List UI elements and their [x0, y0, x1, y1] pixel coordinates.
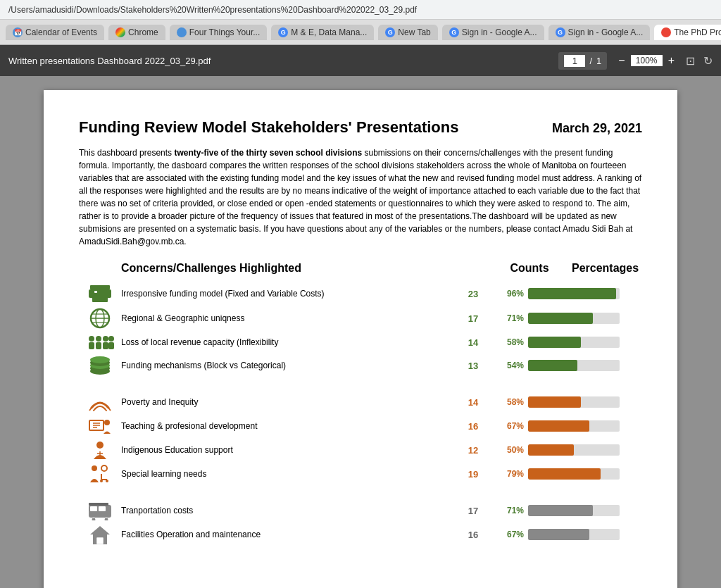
tab-signin2-label: Sign in - Google A...	[568, 27, 644, 37]
bar-fill-5	[528, 396, 581, 408]
row-label-8: Special learning needs	[121, 469, 445, 479]
pdf-content-area[interactable]: Funding Review Model Stakeholders' Prese…	[0, 76, 721, 588]
green-section: Irresponsive funding model (Fixed and Va…	[79, 282, 642, 377]
address-bar[interactable]: /Users/amadusidi/Downloads/Stakeholders%…	[0, 0, 721, 20]
tab-phd[interactable]: The PhD Program...	[654, 25, 721, 40]
bar-fill-7	[528, 444, 574, 456]
bar-fill-3	[528, 337, 581, 348]
chrome-tab-icon	[115, 27, 125, 37]
tab-calendar[interactable]: 📅 Calendar of Events	[6, 25, 104, 40]
svg-rect-16	[108, 342, 114, 349]
svg-rect-38	[99, 506, 106, 511]
bar-pct-5: 58%	[501, 397, 524, 407]
svg-point-34	[100, 480, 103, 482]
tab-chrome-label: Chrome	[128, 27, 158, 37]
row-count-2: 17	[445, 313, 501, 324]
tab-signin1[interactable]: G Sign in - Google A...	[442, 25, 544, 40]
tab-fourthings[interactable]: Four Things Your...	[170, 25, 268, 40]
table-row: Loss of local revenue capacity (Inflexib…	[79, 331, 642, 354]
svg-point-40	[104, 518, 108, 520]
bar-cell-5: 58%	[501, 396, 642, 408]
table-row: Funding mechanisms (Block vs Categorical…	[79, 354, 642, 377]
row-icon-globe	[79, 308, 121, 329]
row-count-8: 19	[445, 469, 501, 480]
document-title: Funding Review Model Stakeholders' Prese…	[79, 118, 458, 137]
bar-track-2	[528, 313, 620, 324]
calendar-tab-icon: 📅	[13, 27, 23, 37]
fourthings-tab-icon	[177, 27, 187, 37]
bar-track-8	[528, 468, 620, 480]
row-label-4: Funding mechanisms (Block vs Categorical…	[121, 361, 445, 370]
row-icon-teaching	[79, 416, 121, 436]
table-header: Concerns/Challenges Highlighted Counts P…	[79, 262, 642, 277]
row-count-9: 17	[445, 506, 501, 516]
svg-point-33	[101, 465, 107, 471]
bar-pct-3: 58%	[501, 337, 524, 347]
bar-fill-9	[528, 505, 593, 516]
tab-signin2[interactable]: G Sign in - Google A...	[548, 25, 651, 40]
bar-track-7	[528, 444, 620, 456]
section-gap-2	[79, 486, 642, 499]
row-label-3: Loss of local revenue capacity (Inflexib…	[121, 337, 445, 347]
address-text: /Users/amadusidi/Downloads/Stakeholders%…	[8, 5, 417, 15]
svg-rect-10	[89, 342, 94, 349]
counts-col-header: Counts	[501, 262, 558, 275]
bar-cell-6: 67%	[501, 420, 642, 432]
zoom-out-button[interactable]: −	[615, 54, 627, 67]
zoom-input[interactable]	[631, 55, 663, 66]
bar-track-5	[528, 396, 620, 408]
tab-newtab-label: New Tab	[398, 27, 430, 37]
browser-window: /Users/amadusidi/Downloads/Stakeholders%…	[0, 0, 721, 588]
tab-chrome[interactable]: Chrome	[108, 25, 165, 40]
row-icon-money	[79, 356, 121, 375]
concern-col-header: Concerns/Challenges Highlighted	[121, 262, 501, 275]
tab-newtab[interactable]: G New Tab	[378, 25, 437, 40]
row-label-2: Regional & Geographic uniqness	[121, 313, 445, 323]
tab-bar: 📅 Calendar of Events Chrome Four Things …	[0, 20, 721, 45]
page-separator: /	[589, 56, 592, 66]
svg-point-39	[92, 518, 96, 520]
pct-col-header: Percentages	[558, 262, 642, 275]
table-row: Special learning needs 19 79%	[79, 462, 642, 486]
row-count-7: 12	[445, 445, 501, 456]
bar-cell-2: 71%	[501, 313, 642, 324]
row-icon-printer	[79, 284, 121, 304]
row-label-10: Facilities Operation and maintenance	[121, 530, 445, 539]
svg-rect-2	[92, 296, 108, 302]
row-icon-indigenous	[79, 440, 121, 460]
pdf-page: Funding Review Model Stakeholders' Prese…	[44, 90, 677, 588]
tab-me[interactable]: G M & E, Data Mana...	[271, 25, 374, 40]
pdf-title: Written presentations Dashboard 2022_03_…	[8, 56, 550, 66]
zoom-in-button[interactable]: +	[665, 54, 677, 67]
svg-rect-43	[96, 537, 104, 544]
bar-track-1	[528, 288, 620, 299]
icon-col-header	[79, 262, 121, 275]
svg-point-29	[96, 442, 104, 449]
gray-section: Tranportation costs 17 71%	[79, 499, 642, 546]
row-icon-house	[79, 525, 121, 544]
bar-pct-8: 79%	[501, 469, 524, 479]
page-input[interactable]	[564, 55, 585, 67]
section-gap-1	[79, 377, 642, 390]
bar-pct-1: 96%	[501, 289, 524, 299]
row-icon-poverty	[79, 392, 121, 412]
rotate-icon[interactable]: ↻	[703, 54, 713, 68]
svg-line-22	[89, 408, 92, 411]
row-icon-people	[79, 333, 121, 351]
fit-page-icon[interactable]: ⊡	[686, 54, 695, 68]
phd-tab-icon	[661, 27, 671, 37]
bar-track-4	[528, 360, 620, 371]
svg-point-9	[89, 336, 94, 342]
bar-pct-6: 67%	[501, 421, 524, 431]
bar-cell-3: 58%	[501, 337, 642, 348]
svg-rect-37	[90, 506, 97, 511]
tab-me-label: M & E, Data Mana...	[291, 27, 367, 37]
svg-point-11	[96, 336, 101, 342]
bar-pct-4: 54%	[501, 361, 524, 370]
bar-track-10	[528, 529, 620, 540]
row-count-6: 16	[445, 421, 501, 432]
svg-rect-41	[89, 503, 108, 506]
row-count-1: 23	[445, 289, 501, 299]
svg-point-32	[92, 465, 97, 471]
bar-pct-9: 71%	[501, 506, 524, 515]
